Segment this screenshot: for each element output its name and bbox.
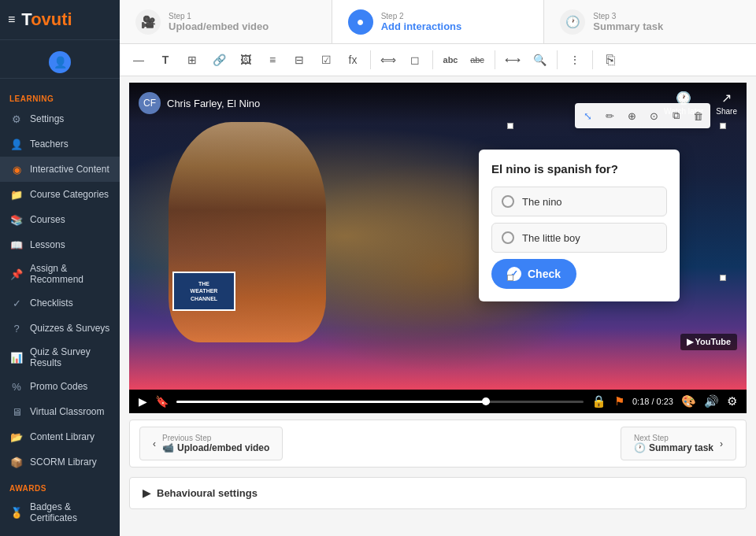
- prev-step-button[interactable]: ‹ Previous Step 📹 Upload/embed video: [139, 427, 283, 460]
- sidebar-item-courses[interactable]: 📚 Courses: [0, 207, 120, 232]
- youtube-logo: ▶ YouTube: [680, 334, 737, 350]
- volume-icon[interactable]: 🔊: [704, 394, 719, 408]
- next-step-info: Next Step 🕐 Summary task: [634, 434, 713, 453]
- sidebar-item-content-lib[interactable]: 📂 Content Library: [0, 424, 120, 449]
- step-3-text: Step 3 Summary task: [593, 12, 663, 32]
- badges-icon: 🏅: [9, 505, 24, 519]
- toolbar-sep-3: [495, 50, 495, 69]
- quiz-radio-2[interactable]: [502, 231, 514, 244]
- toolbar-btn-ordered-list[interactable]: ⊟: [287, 47, 312, 72]
- promo-icon: %: [9, 379, 24, 394]
- quiz-tool-settings[interactable]: ⊙: [644, 106, 663, 125]
- sidebar-item-quiz-results[interactable]: 📊 Quiz & Survey Results: [0, 341, 120, 374]
- video-frame: THEWEATHERCHANNEL CF Chris Farley, El Ni…: [129, 83, 747, 390]
- behav-label: Behavioural settings: [157, 487, 258, 499]
- toolbar-btn-arrows[interactable]: ⟷: [500, 47, 525, 72]
- awards-section-label: AWARDS: [0, 475, 120, 496]
- toolbar-btn-checklist[interactable]: ☑: [313, 47, 339, 72]
- resize-handle-tl[interactable]: [507, 123, 513, 129]
- learning-section-label: LEARNING: [0, 85, 120, 106]
- quiz-question: El nino is spanish for?: [491, 162, 667, 176]
- quiz-option-2[interactable]: The little boy: [491, 223, 667, 253]
- share-btn[interactable]: ↗ Share: [716, 91, 737, 116]
- sidebar-item-virtual[interactable]: 🖥 Virtual Classroom: [0, 399, 120, 424]
- quiz-results-icon: 📊: [9, 350, 24, 364]
- quiz-option-2-text: The little boy: [522, 232, 580, 244]
- toolbar-btn-search[interactable]: 🔍: [527, 47, 552, 72]
- palette-icon[interactable]: 🎨: [681, 394, 696, 408]
- toolbar-btn-formula[interactable]: fx: [340, 47, 365, 72]
- sidebar-item-settings[interactable]: ⚙ Settings: [0, 106, 120, 131]
- progress-fill: [176, 401, 490, 403]
- toolbar-btn-text[interactable]: T: [153, 47, 178, 72]
- sidebar-item-scorm[interactable]: 📦 SCORM Library: [0, 449, 120, 475]
- toolbar-btn-minus[interactable]: —: [126, 47, 151, 72]
- quiz-tool-resize[interactable]: ⤡: [578, 106, 597, 125]
- sidebar-item-quizzes[interactable]: ? Quizzes & Surveys: [0, 316, 120, 341]
- quiz-radio-1[interactable]: [502, 195, 514, 208]
- prev-step-name: 📹 Upload/embed video: [162, 442, 269, 453]
- toolbar-btn-more[interactable]: ⋮: [562, 47, 587, 72]
- toolbar-btn-abc1[interactable]: abc: [438, 47, 463, 72]
- toolbar-btn-list[interactable]: ≡: [260, 47, 285, 72]
- bookmark-button[interactable]: 🔖: [155, 395, 169, 408]
- sidebar-item-badges[interactable]: 🏅 Badges & Certificates: [0, 496, 120, 529]
- next-arrow-icon: ›: [720, 438, 723, 449]
- next-step-button[interactable]: Next Step 🕐 Summary task ›: [621, 427, 736, 460]
- resize-handle-br[interactable]: [720, 275, 726, 281]
- quiz-tool-add[interactable]: ⊕: [622, 106, 641, 125]
- toolbar-btn-table[interactable]: ⊞: [180, 47, 205, 72]
- sidebar-item-assign[interactable]: 📌 Assign & Recommend: [0, 257, 120, 290]
- toolbar-btn-align[interactable]: ⟺: [376, 47, 401, 72]
- toolbar-btn-box[interactable]: ◻: [402, 47, 428, 72]
- sidebar-item-teachers[interactable]: 👤 Teachers: [0, 131, 120, 157]
- hamburger-icon[interactable]: ≡: [8, 13, 15, 27]
- toolbar-sep-5: [592, 50, 593, 69]
- behavioural-header[interactable]: ▶ Behavioural settings: [130, 478, 746, 508]
- step-2-icon: ●: [348, 9, 373, 35]
- step-3[interactable]: 🕐 Step 3 Summary task: [544, 0, 756, 43]
- quiz-tool-delete[interactable]: 🗑: [688, 106, 707, 125]
- lock-icon: 🔒: [591, 394, 606, 408]
- resize-handle-bl[interactable]: [507, 275, 513, 281]
- resize-handle-tr[interactable]: [720, 123, 726, 129]
- quiz-check-button[interactable]: ✓ Check: [491, 259, 576, 289]
- video-channel-info: CF Chris Farley, El Nino: [139, 92, 260, 114]
- sidebar-item-categories[interactable]: 📁 Course Categories: [0, 182, 120, 207]
- assign-icon: 📌: [9, 267, 24, 281]
- quiz-option-1[interactable]: The nino: [491, 187, 667, 216]
- video-time: 0:18 / 0:23: [632, 397, 673, 406]
- toolbar-btn-copy[interactable]: ⎘: [598, 47, 623, 72]
- toolbar-btn-image[interactable]: 🖼: [233, 47, 258, 72]
- sidebar-icon-user[interactable]: 👤: [49, 51, 71, 73]
- prev-step-icon: 📹: [162, 442, 174, 453]
- step-2-text: Step 2 Add interactions: [381, 12, 462, 32]
- play-button[interactable]: ▶: [139, 395, 147, 408]
- behav-arrow-icon: ▶: [143, 487, 150, 499]
- toolbar-sep-4: [557, 50, 558, 69]
- step-1[interactable]: 🎥 Step 1 Upload/embed video: [120, 0, 332, 43]
- next-step-icon: 🕐: [634, 442, 646, 453]
- quiz-option-1-text: The nino: [522, 196, 562, 208]
- toolbar: — T ⊞ 🔗 🖼 ≡ ⊟ ☑ fx ⟺ ◻ abc abc ⟷ 🔍 ⋮ ⎘: [120, 44, 756, 76]
- settings-icon: ⚙: [9, 112, 24, 126]
- behavioural-section: ▶ Behavioural settings: [129, 477, 747, 509]
- toolbar-btn-abc2[interactable]: abc: [465, 47, 490, 72]
- step-2[interactable]: ● Step 2 Add interactions: [332, 0, 545, 43]
- sidebar-item-lessons[interactable]: 📖 Lessons: [0, 232, 120, 257]
- nav-footer: ‹ Previous Step 📹 Upload/embed video Nex…: [129, 420, 747, 468]
- interactive-icon: ◉: [9, 162, 24, 176]
- settings-icon[interactable]: ⚙: [727, 394, 737, 408]
- channel-avatar: CF: [139, 92, 161, 114]
- sidebar-item-checklists[interactable]: ✓ Checklists: [0, 290, 120, 316]
- progress-bar[interactable]: [176, 401, 584, 403]
- sidebar-item-cert-designer[interactable]: 🎨 Certificate Designer: [0, 529, 120, 536]
- step-3-icon: 🕐: [560, 9, 585, 35]
- sidebar-item-promo[interactable]: % Promo Codes: [0, 374, 120, 399]
- quizzes-icon: ?: [9, 321, 24, 335]
- toolbar-btn-link[interactable]: 🔗: [206, 47, 232, 72]
- next-step-name: 🕐 Summary task: [634, 442, 713, 453]
- quiz-tool-edit[interactable]: ✏: [600, 106, 619, 125]
- sidebar-item-interactive[interactable]: ◉ Interactive Content: [0, 157, 120, 182]
- quiz-tool-duplicate[interactable]: ⧉: [666, 106, 685, 125]
